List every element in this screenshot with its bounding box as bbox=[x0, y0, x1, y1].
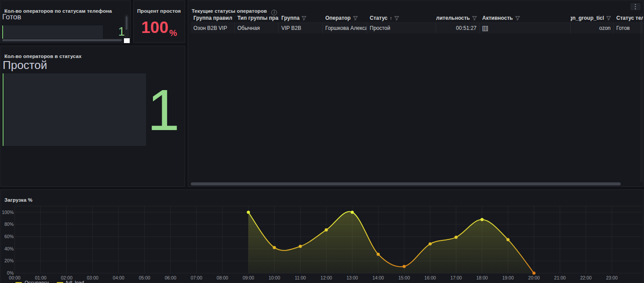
data-point-12:00[interactable] bbox=[325, 229, 328, 232]
gauge-label: Готов bbox=[2, 13, 21, 22]
data-point-14:00[interactable] bbox=[377, 253, 380, 256]
table-cell: Простой bbox=[367, 23, 436, 33]
x-tick-label: 12:00 bbox=[320, 275, 332, 280]
vertical-scrollbar[interactable] bbox=[125, 15, 128, 38]
column-header-7[interactable]: Активность bbox=[480, 14, 571, 22]
column-header-4[interactable]: Оператор bbox=[323, 14, 367, 22]
column-header-label: Группа bbox=[281, 15, 299, 21]
column-header-8[interactable]: assign_group_ticl bbox=[571, 14, 614, 22]
data-point-16:00[interactable] bbox=[429, 242, 432, 245]
column-header-9[interactable]: Статус теле bbox=[614, 14, 643, 22]
x-tick-label: 10:00 bbox=[269, 275, 280, 280]
column-header-label: Активность bbox=[482, 15, 513, 21]
scrollbar-thumb[interactable] bbox=[2, 39, 122, 41]
data-point-20:00[interactable] bbox=[532, 272, 535, 275]
data-point-11:00[interactable] bbox=[299, 245, 302, 248]
x-tick-label: 19:00 bbox=[502, 275, 513, 280]
filter-icon[interactable] bbox=[302, 16, 306, 21]
legend-label: Occupancy bbox=[25, 280, 49, 283]
table-header-row: Группа правилТип группы правГруппаОперат… bbox=[191, 14, 643, 23]
panel-title[interactable]: Процент простоя bbox=[137, 8, 181, 14]
data-point-17:00[interactable] bbox=[455, 236, 458, 239]
filter-icon[interactable] bbox=[472, 16, 477, 21]
data-point-19:00[interactable] bbox=[506, 238, 509, 241]
chart-legend: Occupancyfull_load bbox=[15, 280, 84, 283]
data-point-15:00[interactable] bbox=[403, 265, 406, 268]
data-point-13:00[interactable] bbox=[351, 210, 354, 214]
bar-gauge-fill bbox=[2, 25, 3, 39]
table-row[interactable]: Озон B2B VIPОбычнаяVIP B2BГоршкова Алекс… bbox=[191, 23, 643, 33]
x-tick-label: 03:00 bbox=[87, 275, 98, 280]
y-tick-label: 40% bbox=[4, 246, 14, 251]
panel-current-statuses: Текущие статусы операторовi ⋮ Группа пра… bbox=[188, 0, 644, 187]
column-header-3[interactable]: Группа bbox=[279, 14, 323, 22]
gauge-label: Простой bbox=[3, 58, 47, 72]
x-tick-label: 07:00 bbox=[191, 275, 202, 280]
filter-icon[interactable] bbox=[515, 16, 520, 21]
table-cell: ozon bbox=[571, 23, 614, 33]
column-header-label: Оператор bbox=[325, 15, 351, 21]
panel-idle-percent: Процент простоя 100 % bbox=[133, 0, 185, 43]
panel-menu-icon[interactable]: ⋮ bbox=[630, 3, 640, 10]
filter-icon[interactable] bbox=[353, 16, 358, 21]
column-header-label: Статус bbox=[370, 15, 387, 21]
y-tick-label: 100% bbox=[2, 210, 14, 215]
filter-icon[interactable] bbox=[606, 16, 611, 21]
legend-label: full_load bbox=[66, 280, 84, 283]
bar-gauge-track bbox=[3, 73, 146, 146]
filter-icon[interactable] bbox=[234, 16, 235, 21]
x-tick-label: 06:00 bbox=[165, 275, 176, 280]
stat-value: 100 bbox=[141, 19, 168, 36]
panel-phone-statuses: Кол-во операторов по статусам телефона Г… bbox=[0, 0, 131, 43]
x-tick-label: 13:00 bbox=[346, 275, 358, 280]
column-header-label: Статус теле bbox=[616, 15, 643, 21]
data-point-18:00[interactable] bbox=[480, 218, 484, 221]
table-vertical-scrollbar[interactable] bbox=[640, 14, 643, 182]
operators-table: Группа правилТип группы правГруппаОперат… bbox=[191, 14, 643, 33]
stat-unit: % bbox=[169, 27, 177, 39]
y-tick-label: 20% bbox=[4, 258, 14, 263]
column-header-5[interactable]: Статус↑ bbox=[367, 14, 436, 22]
table-cell: VIP B2B bbox=[279, 23, 323, 33]
panel-title[interactable]: Загрузка % bbox=[4, 197, 33, 203]
x-tick-label: 17:00 bbox=[450, 275, 462, 280]
bar-gauge-track bbox=[2, 25, 103, 39]
panel-load-chart: Загрузка % 0%20%40%60%80%100%00:0001:000… bbox=[0, 189, 644, 283]
stat-value-wrap: 100 % bbox=[134, 16, 185, 39]
data-point-10:00[interactable] bbox=[273, 246, 276, 249]
x-tick-label: 05:00 bbox=[139, 275, 150, 280]
filter-icon[interactable] bbox=[394, 16, 399, 21]
table-cell: 00:51:27 bbox=[436, 23, 480, 33]
x-tick-label: 14:00 bbox=[372, 275, 384, 280]
table-cell: Горшкова Александ bbox=[323, 23, 367, 33]
table-cell: Озон B2B VIP bbox=[191, 23, 235, 33]
load-line-chart: 0%20%40%60%80%100%00:0001:0002:0003:0004… bbox=[1, 190, 643, 283]
legend-item[interactable]: full_load bbox=[57, 280, 84, 283]
column-header-1[interactable]: Группа правил bbox=[191, 14, 235, 22]
x-tick-label: 15:00 bbox=[398, 275, 410, 280]
gauge-value: 1 bbox=[106, 25, 125, 39]
table-horizontal-scrollbar[interactable] bbox=[191, 182, 621, 185]
column-header-label: Тип группы прав bbox=[237, 15, 279, 21]
x-tick-label: 23:00 bbox=[606, 275, 618, 280]
data-point-09:00[interactable] bbox=[247, 210, 250, 214]
column-header-label: assign_group_ticl bbox=[571, 15, 604, 21]
grafana-dashboard: Кол-во операторов по статусам телефона Г… bbox=[0, 0, 644, 283]
y-tick-label: 80% bbox=[4, 221, 14, 227]
scrollbar-thumb[interactable] bbox=[126, 16, 127, 30]
scrollbar-corner bbox=[124, 38, 130, 43]
x-tick-label: 11:00 bbox=[295, 275, 306, 280]
x-tick-label: 20:00 bbox=[528, 275, 540, 280]
gauge-value: 1 bbox=[146, 77, 181, 143]
column-header-2[interactable]: Тип группы прав bbox=[235, 14, 279, 22]
panel-status-counts: Кол-во операторов в статусах Простой 1 bbox=[0, 46, 185, 187]
panel-title[interactable]: Кол-во операторов в статусах bbox=[4, 54, 81, 59]
legend-item[interactable]: Occupancy bbox=[15, 280, 49, 283]
column-header-6[interactable]: Длительность bbox=[436, 14, 480, 22]
table-cell: Готов bbox=[614, 23, 643, 33]
sort-asc-icon[interactable]: ↑ bbox=[389, 15, 392, 21]
x-tick-label: 09:00 bbox=[243, 275, 254, 280]
horizontal-scrollbar[interactable] bbox=[2, 39, 124, 41]
column-header-label: Длительность bbox=[436, 15, 470, 21]
x-tick-label: 08:00 bbox=[217, 275, 228, 280]
